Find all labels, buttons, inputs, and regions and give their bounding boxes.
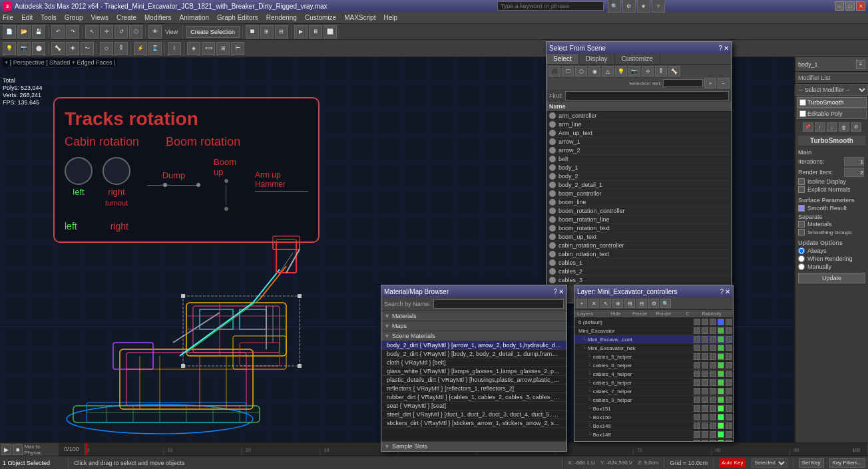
search-btn[interactable]: 🔍 <box>608 0 621 13</box>
modifier-move-down[interactable]: ↓ <box>827 122 837 132</box>
mat-item[interactable]: reflectors { VRayMtl } [reflectors_1, re… <box>381 385 566 393</box>
particle-btn[interactable]: ⁑ <box>114 42 128 55</box>
explicit-normals-checkbox[interactable] <box>798 186 805 193</box>
modifier-delete[interactable]: 🗑 <box>839 122 849 132</box>
layer-render[interactable] <box>710 353 716 360</box>
material-editor-btn[interactable]: ⬜ <box>324 25 337 39</box>
lm-settings-btn[interactable]: ⚙ <box>648 299 659 308</box>
layer-hide[interactable] <box>694 319 700 325</box>
menu-help[interactable]: Help <box>383 14 397 21</box>
mat-item[interactable]: seat { VRayMtl } [seat] <box>381 402 566 410</box>
layer-render[interactable] <box>710 345 716 351</box>
move-btn[interactable]: ✛ <box>100 25 113 39</box>
mat-item[interactable]: glass_white { VRayMtl } [lamps_glasses_1… <box>381 367 566 376</box>
menu-tools[interactable]: Tools <box>41 14 56 21</box>
stop-btn[interactable]: ■ <box>13 444 23 455</box>
modifier-options-btn[interactable]: ≡ <box>856 60 865 69</box>
sfs-tab-customize[interactable]: Customize <box>615 54 660 64</box>
settings-btn[interactable]: ⚙ <box>622 0 636 13</box>
mat-item[interactable]: plastic_details_dirt { VRayMtl } [housin… <box>381 376 566 385</box>
sfs-helper-btn[interactable]: ✛ <box>642 66 654 77</box>
layer-radiosity[interactable] <box>726 353 732 360</box>
layer-color[interactable] <box>718 388 724 394</box>
lm-item[interactable]: └ Box148 <box>574 430 733 439</box>
layer-freeze[interactable] <box>702 405 708 412</box>
menu-rendering[interactable]: Rendering <box>266 14 297 21</box>
sfs-sel-remove[interactable]: − <box>718 78 730 88</box>
sfs-none-btn[interactable]: ☐ <box>562 66 574 77</box>
lm-item[interactable]: Mini_Excavator <box>574 327 733 335</box>
lm-item[interactable]: └ cables_4_helper <box>574 370 733 379</box>
layer-radiosity[interactable] <box>726 336 732 343</box>
bone-btn[interactable]: 🦴 <box>51 42 65 55</box>
sfs-item[interactable]: boom_rotation_text <box>546 224 732 233</box>
lm-item[interactable]: └ cables_6_helper <box>574 379 733 387</box>
sfs-item[interactable]: arm_controller <box>546 112 732 120</box>
layer-render[interactable] <box>710 440 716 441</box>
sfs-geo-btn[interactable]: ◉ <box>588 66 600 77</box>
modifier-editpoly[interactable]: Editable Poly <box>797 108 867 119</box>
menu-graph-editors[interactable]: Graph Editors <box>217 14 258 21</box>
create-selection-btn[interactable]: Create Selection <box>186 26 240 38</box>
light-btn[interactable]: 💡 <box>3 42 16 55</box>
sfs-item[interactable]: body_2 <box>546 172 732 181</box>
layer-hide[interactable] <box>694 327 700 334</box>
layer-hide[interactable] <box>694 336 700 343</box>
sfs-light-btn[interactable]: 💡 <box>615 66 627 77</box>
snap2d-btn[interactable]: ⊞ <box>260 25 274 39</box>
sfs-item[interactable]: body_1 <box>546 164 732 172</box>
mat-item[interactable]: steel_dirt { VRayMtl } [duct_1, duct_2, … <box>381 410 566 419</box>
sfs-item[interactable]: belt <box>546 155 732 164</box>
menu-file[interactable]: File <box>3 14 13 21</box>
layer-radiosity[interactable] <box>726 431 732 438</box>
mat-help-btn[interactable]: ? <box>553 288 557 295</box>
layer-color[interactable] <box>718 319 724 325</box>
nurbs-btn[interactable]: ◇ <box>100 42 113 55</box>
layer-render[interactable] <box>710 405 716 412</box>
mat-maps-section[interactable]: ▼ Maps <box>381 321 566 331</box>
undo-btn[interactable]: ↶ <box>51 25 65 39</box>
play-btn[interactable]: ▶ <box>1 444 11 455</box>
sfs-invert-btn[interactable]: ⬡ <box>575 66 587 77</box>
lm-delete-btn[interactable]: ✕ <box>588 299 599 308</box>
sfs-item[interactable]: Arm_up_text <box>546 129 732 138</box>
layer-color[interactable] <box>718 371 724 377</box>
pin-btn[interactable]: 📌 <box>803 122 813 132</box>
layer-color[interactable] <box>718 353 724 360</box>
lm-item[interactable]: └ cables_8_helper <box>574 361 733 370</box>
sfs-close-btn[interactable]: ✕ <box>724 45 729 52</box>
layer-radiosity[interactable] <box>726 319 732 325</box>
layer-radiosity[interactable] <box>726 371 732 377</box>
layer-freeze[interactable] <box>702 388 708 394</box>
lm-item[interactable]: └ Box151 <box>574 404 733 413</box>
modifier-turbosm[interactable]: TurboSmooth <box>797 97 867 108</box>
sfs-item[interactable]: cabin_rotation_text <box>546 250 732 259</box>
close-btn[interactable]: ✕ <box>856 1 865 11</box>
editpoly-checkbox[interactable] <box>799 110 806 117</box>
render-setup-btn[interactable]: 🖥 <box>309 25 322 39</box>
layer-radiosity[interactable] <box>726 388 732 394</box>
layer-color[interactable] <box>718 327 724 334</box>
menu-edit[interactable]: Edit <box>21 14 33 21</box>
camera-btn[interactable]: 📷 <box>17 42 31 55</box>
layer-render[interactable] <box>710 431 716 438</box>
layer-freeze[interactable] <box>702 371 708 377</box>
minimize-btn[interactable]: – <box>835 1 844 11</box>
open-btn[interactable]: 📂 <box>17 25 31 39</box>
layer-freeze[interactable] <box>702 431 708 438</box>
mat-close-btn[interactable]: ✕ <box>558 288 564 295</box>
lm-item[interactable]: └ Box150 <box>574 413 733 422</box>
layer-color[interactable] <box>718 396 724 403</box>
layer-color[interactable] <box>718 414 724 420</box>
layer-color[interactable] <box>718 422 724 429</box>
layer-hide[interactable] <box>694 396 700 403</box>
selected-dropdown[interactable]: Selected All <box>752 458 787 468</box>
lm-item[interactable]: 0 (default) <box>574 318 733 327</box>
lm-item[interactable]: └ cables_7_helper <box>574 387 733 396</box>
sfs-all-btn[interactable]: ⬛ <box>548 66 560 77</box>
edit-poly-btn[interactable]: ◈ <box>187 42 200 55</box>
smooth-result-checkbox[interactable] <box>798 205 805 212</box>
modifier-configure[interactable]: ⚙ <box>851 122 861 132</box>
layer-radiosity[interactable] <box>726 379 732 386</box>
layer-freeze[interactable] <box>702 319 708 325</box>
